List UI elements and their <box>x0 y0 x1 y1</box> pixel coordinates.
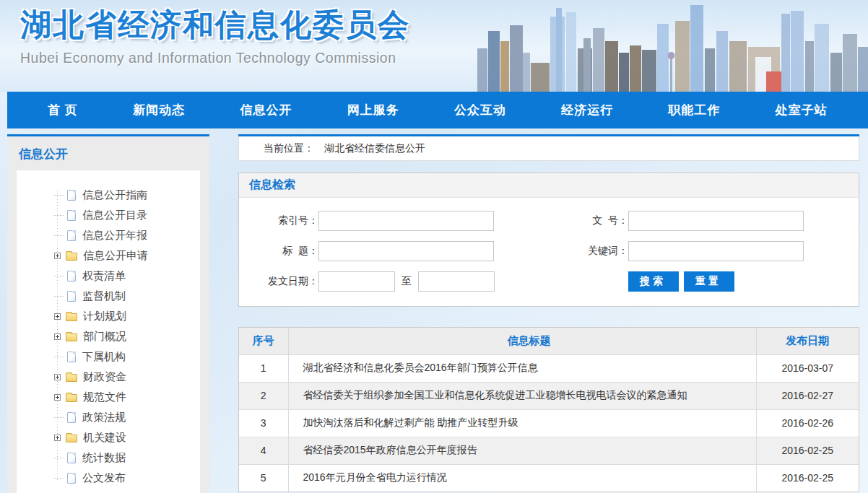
folder-icon <box>66 253 77 261</box>
keyword-field-row: 关键词： <box>549 241 859 261</box>
sidebar-item-label: 部门概况 <box>83 330 126 344</box>
sidebar-item[interactable]: 规范文件 <box>51 387 200 407</box>
main-nav: 首 页新闻动态信息公开网上服务公众互动经济运行职能工作处室子站 <box>7 92 868 128</box>
folder-icon <box>66 333 77 341</box>
nav-item-6[interactable]: 经济运行 <box>561 102 613 118</box>
folder-icon <box>66 394 77 402</box>
folder-icon <box>66 374 77 382</box>
sidebar-title: 信息公开 <box>7 136 209 170</box>
sidebar-item[interactable]: 信息公开年报 <box>51 225 200 245</box>
sidebar-item[interactable]: 部门概况 <box>51 326 200 346</box>
row-date-cell: 2016-02-25 <box>756 464 859 492</box>
breadcrumb: 当前位置： 湖北省经信委信息公开 <box>238 136 859 161</box>
sidebar-item-label: 信息公开年报 <box>82 229 147 243</box>
doc-no-field-row: 文 号： <box>549 211 859 231</box>
breadcrumb-current-link[interactable]: 湖北省经信委信息公开 <box>324 142 425 155</box>
tree-connector <box>54 458 64 458</box>
search-buttons: 搜索 重置 <box>549 271 859 292</box>
expand-plus-icon[interactable] <box>54 374 61 380</box>
document-icon <box>67 230 76 241</box>
nav-item-8[interactable]: 处室子站 <box>776 102 828 118</box>
sidebar-item-label: 监督机制 <box>82 289 126 303</box>
site-title-english: Hubei Economy and Information Technology… <box>20 50 410 66</box>
sidebar-item[interactable]: 信息公开申请 <box>51 245 200 266</box>
sidebar-item[interactable]: 政策法规 <box>51 407 200 427</box>
row-date-cell: 2016-02-27 <box>756 382 859 409</box>
sidebar-item-label: 计划规划 <box>83 310 126 323</box>
city-skyline-illustration <box>474 4 868 92</box>
search-button[interactable]: 搜索 <box>628 271 679 292</box>
row-title-link[interactable]: 湖北省经济和信息化委员会2016年部门预算公开信息 <box>288 354 756 382</box>
date-from-input[interactable] <box>318 271 395 292</box>
sidebar-item-label: 统计数据 <box>82 451 126 465</box>
tree-connector <box>54 215 64 216</box>
sidebar-item-label: 信息公开申请 <box>83 249 148 263</box>
sidebar-item-label: 信息公开目录 <box>82 209 147 222</box>
sidebar-item[interactable]: 下属机构 <box>51 346 200 367</box>
index-no-input[interactable] <box>318 211 494 231</box>
sidebar-item-label: 信息公开指南 <box>82 188 147 202</box>
column-header-no: 序号 <box>239 328 288 354</box>
sidebar-item[interactable]: 计划规划 <box>51 306 200 326</box>
date-to-input[interactable] <box>418 271 495 292</box>
search-form: 索引号： 文 号： 标 题： 关键词： 发文日期： <box>239 198 859 306</box>
expand-plus-icon[interactable] <box>54 333 61 340</box>
breadcrumb-label: 当前位置： <box>264 142 314 155</box>
sidebar-item[interactable]: 监督机制 <box>51 286 200 306</box>
nav-item-2[interactable]: 新闻动态 <box>133 102 185 118</box>
expand-plus-icon[interactable] <box>54 253 61 259</box>
row-number-cell: 4 <box>239 437 288 464</box>
sidebar-item[interactable]: 权责清单 <box>51 266 200 286</box>
expand-plus-icon[interactable] <box>54 313 61 320</box>
row-title-link[interactable]: 省经信委关于组织参加全国工业和信息化系统促进工业稳增长电视电话会议的紧急通知 <box>288 382 756 409</box>
results-table-header-row: 序号信息标题发布日期 <box>239 328 859 354</box>
keyword-input[interactable] <box>628 241 804 261</box>
document-icon <box>67 453 76 463</box>
row-title-link[interactable]: 2016年元月份全省电力运行情况 <box>288 464 756 492</box>
tree-connector <box>54 417 64 418</box>
sidebar: 信息公开 信息公开指南信息公开目录信息公开年报信息公开申请权责清单监督机制计划规… <box>7 134 209 493</box>
row-date-cell: 2016-03-07 <box>756 354 859 382</box>
sidebar-item[interactable]: 信息公开指南 <box>51 185 200 205</box>
nav-item-3[interactable]: 信息公开 <box>240 102 292 118</box>
doc-no-input[interactable] <box>628 211 804 231</box>
column-header-date: 发布日期 <box>756 328 859 354</box>
sidebar-item-label: 财政资金 <box>83 370 126 384</box>
document-icon <box>67 210 76 221</box>
row-title-link[interactable]: 省经信委2015年政府信息公开年度报告 <box>288 437 756 464</box>
site-header: 湖北省经济和信息化委员会 Hubei Economy and Informati… <box>0 0 868 92</box>
row-number-cell: 3 <box>239 409 288 437</box>
document-icon <box>67 291 76 302</box>
nav-item-1[interactable]: 首 页 <box>48 102 78 118</box>
table-row: 3加快淘汰落后和化解过剩产能 助推产业转型升级2016-02-26 <box>239 409 859 437</box>
row-number-cell: 5 <box>239 464 288 492</box>
sidebar-item[interactable]: 信息公开目录 <box>51 205 200 225</box>
sidebar-item[interactable]: 机关建设 <box>51 427 200 448</box>
site-title-chinese: 湖北省经济和信息化委员会 <box>20 4 410 46</box>
expand-plus-icon[interactable] <box>54 435 61 441</box>
document-icon <box>67 190 76 201</box>
sidebar-item[interactable]: 统计数据 <box>51 448 200 468</box>
table-row: 52016年元月份全省电力运行情况2016-02-25 <box>239 464 859 492</box>
tree-connector <box>54 276 64 276</box>
main-column: 当前位置： 湖北省经信委信息公开 信息检索 索引号： 文 号： 标 题： <box>238 134 859 492</box>
index-no-field-row: 索引号： <box>239 211 549 231</box>
sidebar-item[interactable]: 财政资金 <box>51 367 200 387</box>
row-title-link[interactable]: 加快淘汰落后和化解过剩产能 助推产业转型升级 <box>288 409 756 437</box>
search-panel-title: 信息检索 <box>239 173 859 198</box>
nav-item-7[interactable]: 职能工作 <box>669 102 721 118</box>
title-input[interactable] <box>318 241 494 261</box>
reset-button[interactable]: 重置 <box>684 271 734 292</box>
nav-item-5[interactable]: 公众互动 <box>454 102 506 118</box>
document-icon <box>67 271 76 282</box>
sidebar-item[interactable]: 公文发布 <box>51 468 200 488</box>
table-row: 2省经信委关于组织参加全国工业和信息化系统促进工业稳增长电视电话会议的紧急通知2… <box>239 382 859 409</box>
title-label: 标 题： <box>239 245 318 258</box>
row-date-cell: 2016-02-25 <box>756 437 859 464</box>
sidebar-item-label: 公文发布 <box>82 471 126 485</box>
sidebar-panel: 信息公开指南信息公开目录信息公开年报信息公开申请权责清单监督机制计划规划部门概况… <box>17 170 200 493</box>
tree-connector <box>54 195 64 196</box>
table-row: 4省经信委2015年政府信息公开年度报告2016-02-25 <box>239 437 859 464</box>
expand-plus-icon[interactable] <box>54 394 61 401</box>
nav-item-4[interactable]: 网上服务 <box>347 102 399 118</box>
